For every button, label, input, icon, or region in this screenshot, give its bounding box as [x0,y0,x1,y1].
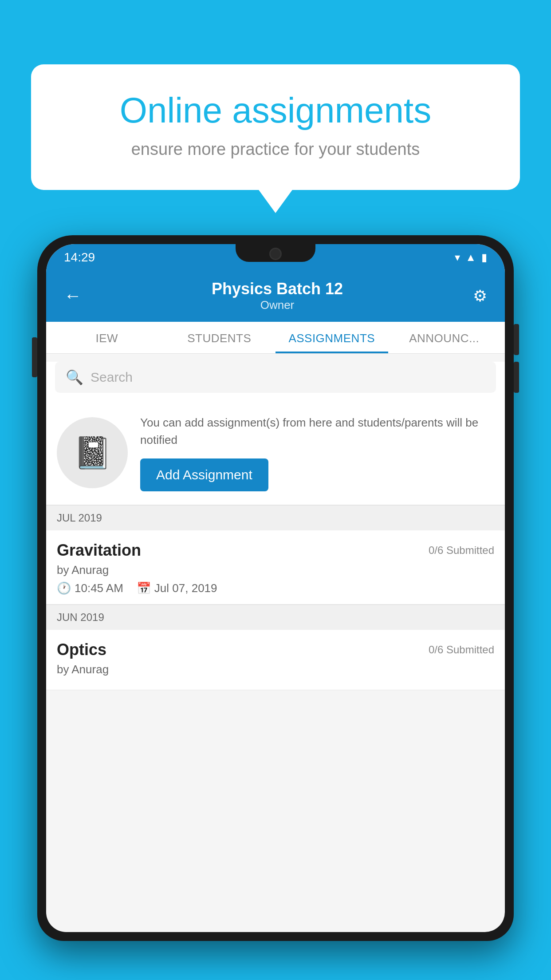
phone-screen: 14:29 ▾ ▲ ▮ ← Physics Batch 12 Owner ⚙ I… [46,244,505,932]
assignment-top: Gravitation 0/6 Submitted [57,541,494,560]
header-center: Physics Batch 12 Owner [212,280,343,312]
assignment-meta-gravitation: 🕐 10:45 AM 📅 Jul 07, 2019 [57,581,494,595]
content-area: 🔍 Search 📓 You can add assignment(s) fro… [46,362,505,690]
status-time: 14:29 [64,250,95,265]
settings-button[interactable]: ⚙ [473,287,487,305]
meta-time-gravitation: 🕐 10:45 AM [57,581,123,595]
search-placeholder: Search [91,370,133,385]
phone-camera [269,248,282,260]
volume-up-button [514,324,519,355]
tab-announcements[interactable]: ANNOUNC... [388,322,501,353]
meta-date-gravitation: 📅 Jul 07, 2019 [137,581,217,595]
assignment-submitted-optics: 0/6 Submitted [429,644,494,656]
calendar-icon: 📅 [137,581,151,595]
promo-block: 📓 You can add assignment(s) from here an… [46,401,505,505]
assignment-submitted-gravitation: 0/6 Submitted [429,544,494,557]
tab-assignments[interactable]: ASSIGNMENTS [276,322,388,353]
assignment-date: Jul 07, 2019 [154,581,217,595]
assignment-by-optics: by Anurag [57,663,494,676]
assignment-item-optics[interactable]: Optics 0/6 Submitted by Anurag [46,630,505,690]
status-icons: ▾ ▲ ▮ [455,251,487,264]
section-header-jun: JUN 2019 [46,605,505,630]
bubble-subtitle: ensure more practice for your students [62,140,489,159]
volume-down-button [514,362,519,393]
bubble-title: Online assignments [62,91,489,130]
speech-bubble-area: Online assignments ensure more practice … [31,64,520,190]
battery-icon: ▮ [481,251,487,264]
promo-text-area: You can add assignment(s) from here and … [140,414,494,491]
add-assignment-button[interactable]: Add Assignment [140,458,268,491]
search-bar[interactable]: 🔍 Search [55,362,496,393]
clock-icon: 🕐 [57,581,71,595]
assignment-name-gravitation: Gravitation [57,541,141,560]
header-subtitle: Owner [212,298,343,312]
section-header-jul: JUL 2019 [46,505,505,530]
promo-icon-circle: 📓 [57,417,128,488]
assignment-top-optics: Optics 0/6 Submitted [57,640,494,659]
tab-students[interactable]: STUDENTS [163,322,276,353]
tab-iew[interactable]: IEW [51,322,163,353]
wifi-icon: ▾ [455,251,460,264]
search-icon: 🔍 [66,369,83,386]
assignment-name-optics: Optics [57,640,106,659]
back-button[interactable]: ← [64,286,82,306]
header-title: Physics Batch 12 [212,280,343,298]
assignment-item-gravitation[interactable]: Gravitation 0/6 Submitted by Anurag 🕐 10… [46,530,505,605]
signal-icon: ▲ [465,251,476,264]
phone-mockup: 14:29 ▾ ▲ ▮ ← Physics Batch 12 Owner ⚙ I… [37,235,514,980]
assignment-by-gravitation: by Anurag [57,563,494,577]
promo-description: You can add assignment(s) from here and … [140,414,494,449]
power-button [32,337,37,377]
phone-outer: 14:29 ▾ ▲ ▮ ← Physics Batch 12 Owner ⚙ I… [37,235,514,941]
speech-bubble: Online assignments ensure more practice … [31,64,520,190]
notebook-icon: 📓 [73,435,112,471]
app-header: ← Physics Batch 12 Owner ⚙ [46,271,505,322]
phone-notch [236,244,315,262]
tabs-bar: IEW STUDENTS ASSIGNMENTS ANNOUNC... [46,322,505,354]
assignment-time: 10:45 AM [75,581,123,595]
